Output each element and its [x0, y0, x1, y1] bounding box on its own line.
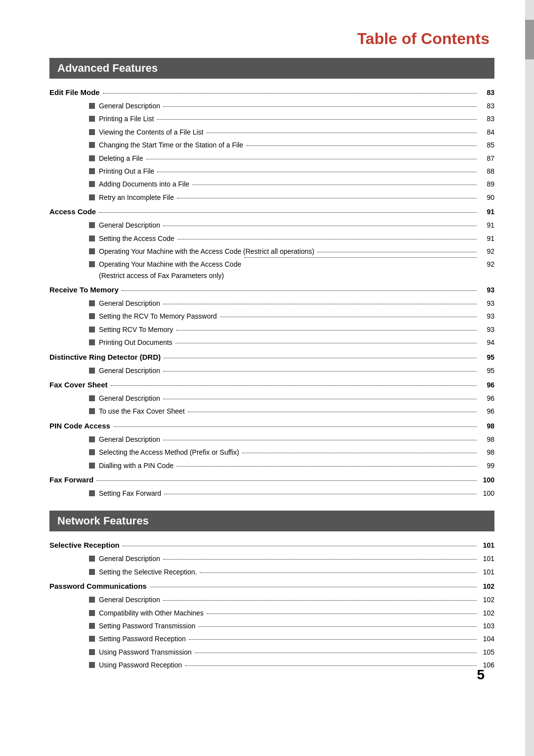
page-container: Table of Contents Advanced Features Edit… [20, 0, 514, 703]
entry-label: Receive To Memory [49, 284, 119, 296]
page-num: 93 [480, 311, 494, 322]
toc-sub-entry: General Description 83 [49, 100, 494, 111]
entry-label: Access Code [49, 206, 96, 218]
entry-label: Setting the RCV To Memory Password [99, 311, 217, 322]
toc-sub-entry: General Description 91 [49, 220, 494, 231]
toc-sub-entry: General Description 98 [49, 434, 494, 445]
toc-main-entry: Fax Cover Sheet 96 [49, 379, 494, 391]
bullet-icon [89, 490, 95, 496]
dots [189, 639, 477, 640]
toc-sub-entry: Setting the Selective Reception. 101 [49, 567, 494, 577]
toc-main-entry: Fax Forward 100 [49, 474, 494, 486]
entry-label: Distinctive Ring Detector (DRD) [49, 351, 161, 363]
toc-sub-entry: Setting RCV To Memory 93 [49, 324, 494, 335]
toc-main-entry: Edit File Mode 83 [49, 87, 494, 98]
toc-sub-entry: Setting Fax Forward 100 [49, 488, 494, 499]
toc-sub-entry: General Description 101 [49, 553, 494, 564]
toc-sub-entry: Printing a File List 83 [49, 113, 494, 124]
page-num: 95 [480, 365, 494, 376]
bullet-icon [89, 327, 95, 332]
dots [164, 494, 477, 494]
entry-label: Printing Out a File [99, 166, 154, 177]
bullet-icon [89, 569, 95, 575]
dots [150, 587, 477, 587]
entry-label: Changing the Start Time or the Station o… [99, 140, 243, 150]
entry-label: Compatibility with Other Machines [99, 608, 204, 618]
dots [163, 440, 477, 440]
entry-label: Fax Forward [49, 474, 93, 486]
dots [157, 172, 477, 172]
toc-sub-entry: Setting the Access Code 91 [49, 233, 494, 244]
dots [178, 239, 477, 239]
dots [198, 626, 477, 627]
toc-main-entry: Distinctive Ring Detector (DRD) 95 [49, 351, 494, 363]
entry-label: Printing Out Documents [99, 337, 173, 348]
dots [163, 106, 477, 107]
dots [163, 399, 477, 399]
entry-label: General Description [99, 553, 160, 564]
entry-label: Setting Password Reception [99, 633, 186, 644]
page-num: 88 [480, 166, 494, 177]
page-num: 101 [480, 567, 494, 577]
dots [146, 159, 477, 159]
entry-label: To use the Fax Cover Sheet [99, 406, 185, 417]
bullet-icon [89, 103, 95, 109]
dots [163, 371, 477, 372]
page-num: 100 [480, 474, 494, 485]
entry-label: Fax Cover Sheet [49, 379, 108, 391]
page-number-bottom: 5 [477, 667, 485, 683]
toc-sub-entry: Setting the RCV To Memory Password 93 [49, 311, 494, 322]
page-num: 84 [480, 127, 494, 138]
entry-label: General Description [99, 594, 160, 605]
entry-label: Password Communications [49, 580, 147, 592]
page-num: 96 [480, 406, 494, 417]
entry-label: Printing a File List [99, 113, 154, 124]
entry-label: General Description [99, 220, 160, 231]
page-num: 93 [480, 284, 494, 295]
page-num: 100 [480, 488, 494, 499]
bullet-icon [89, 300, 95, 306]
bullet-icon [89, 236, 95, 241]
bullet-icon [89, 248, 95, 254]
bullet-icon [89, 261, 95, 267]
scrollbar[interactable] [525, 0, 534, 756]
toc-sub-entry: Setting Password Transmission 103 [49, 620, 494, 631]
dots [157, 119, 477, 120]
dots [246, 145, 477, 146]
dots [176, 330, 477, 331]
bullet-icon [89, 597, 95, 603]
page-num: 98 [480, 434, 494, 445]
dots [164, 358, 477, 358]
page-num: 96 [480, 379, 494, 390]
toc-sub-entry: To use the Fax Cover Sheet 96 [49, 406, 494, 417]
toc-sub-entry: General Description 95 [49, 365, 494, 376]
dots [163, 226, 477, 226]
entry-label: Adding Documents into a File [99, 179, 189, 189]
bullet-icon [89, 142, 95, 148]
dots [177, 466, 477, 467]
dots [195, 653, 477, 653]
dots [244, 257, 477, 258]
section-header-advanced: Advanced Features [49, 58, 494, 79]
entry-label: General Description [99, 393, 160, 404]
page-num: 101 [480, 540, 494, 551]
bullet-icon [89, 116, 95, 122]
entry-label: General Description [99, 100, 160, 111]
page-num: 95 [480, 352, 494, 363]
entry-label: Setting RCV To Memory [99, 324, 173, 335]
page-num: 104 [480, 633, 494, 644]
page-num: 102 [480, 608, 494, 618]
bullet-icon [89, 155, 95, 161]
toc-sub-entry: Operating Your Machine with the Access C… [49, 246, 494, 257]
dots [122, 290, 477, 291]
bullet-icon [89, 636, 95, 642]
toc-sub-entry: Deleting a File 87 [49, 153, 494, 164]
bullet-icon [89, 449, 95, 455]
bullet-icon [89, 395, 95, 401]
page-num: 85 [480, 140, 494, 150]
scrollbar-thumb[interactable] [525, 20, 534, 59]
toc-sub-entry: Using Password Reception 106 [49, 660, 494, 670]
dots [163, 600, 477, 601]
toc-main-entry: Receive To Memory 93 [49, 284, 494, 296]
dots [177, 198, 477, 198]
